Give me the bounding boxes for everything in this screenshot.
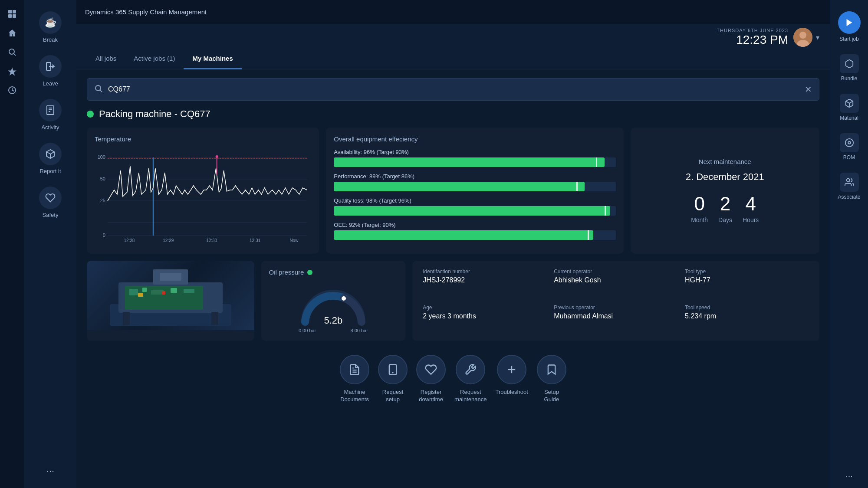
star-icon[interactable] (3, 62, 21, 80)
svg-text:12:31: 12:31 (250, 238, 260, 243)
svg-rect-0 (8, 10, 12, 13)
sidebar-item-break[interactable]: ☕ Break (29, 7, 72, 47)
search-icon (94, 84, 103, 95)
header-top: THURSDAY 6th JUNE 2023 12:23 PM ▾ (87, 24, 819, 49)
second-row: Oil pressure 5.2b (87, 261, 819, 341)
svg-rect-1 (13, 10, 16, 13)
request-maintenance-label: Requestmaintenance (454, 389, 487, 403)
action-request-maintenance[interactable]: Requestmaintenance (454, 355, 487, 403)
sidebar-item-safety[interactable]: Safety (29, 182, 72, 223)
sidebar-item-report[interactable]: Report it (29, 138, 72, 179)
material-label: Material (840, 115, 858, 121)
svg-text:12:28: 12:28 (124, 238, 135, 243)
sidebar-item-leave[interactable]: Leave (29, 51, 72, 91)
svg-marker-60 (846, 19, 852, 26)
tool-speed-value: 5.234 rpm (685, 312, 809, 320)
sidebar-more-button[interactable]: ··· (29, 461, 72, 481)
start-job-button[interactable]: Start job (833, 7, 866, 46)
field-tool-type: Tool type HGH-77 (685, 269, 809, 298)
oil-status-dot (307, 270, 312, 275)
bundle-label: Bundle (841, 75, 857, 82)
tab-my-machines[interactable]: My Machines (184, 49, 241, 69)
svg-rect-51 (123, 312, 130, 325)
count-months: 0 Month (691, 193, 708, 223)
actions-row: MachineDocuments Requestsetup Registe (87, 348, 819, 410)
avatar-area: ▾ (793, 28, 819, 47)
setup-guide-label: SetupGuide (544, 389, 559, 403)
date-display: THURSDAY 6th JUNE 2023 (717, 28, 788, 33)
sidebar-item-activity[interactable]: Activity (29, 95, 72, 135)
machine-name: Packing machine - CQ677 (99, 108, 210, 120)
svg-rect-42 (129, 289, 138, 295)
cards-row-1: Temperature 100 50 25 0 (87, 128, 819, 254)
bom-icon (840, 133, 859, 152)
svg-point-19 (95, 85, 101, 91)
activity-icon (39, 99, 62, 121)
oil-title-row: Oil pressure (269, 269, 398, 276)
user-avatar[interactable] (793, 28, 812, 47)
previous-operator-value: Muhammad Almasi (554, 312, 678, 320)
tool-speed-label: Tool speed (685, 305, 809, 311)
machine-documents-label: MachineDocuments (340, 389, 369, 403)
app-title: Dynamics 365 Supply Chain Management (85, 8, 821, 16)
field-current-operator: Current operator Abhishek Gosh (554, 269, 678, 298)
previous-operator-label: Previous operator (554, 305, 678, 311)
action-machine-documents[interactable]: MachineDocuments (340, 355, 369, 403)
material-button[interactable]: Material (833, 89, 866, 125)
oil-pressure-value: 5.2b (324, 315, 342, 326)
request-setup-icon (378, 355, 408, 384)
start-job-label: Start job (839, 36, 859, 42)
svg-point-33 (216, 155, 218, 158)
recent-icon[interactable] (3, 82, 21, 99)
request-setup-label: Requestsetup (382, 389, 403, 403)
search-clear-icon[interactable]: ✕ (805, 84, 812, 95)
start-job-icon (838, 11, 861, 34)
action-setup-guide[interactable]: SetupGuide (537, 355, 566, 403)
header: THURSDAY 6th JUNE 2023 12:23 PM ▾ All jo… (76, 24, 830, 69)
register-downtime-icon (416, 355, 446, 384)
maintenance-card: Next maintenance 2. December 2021 0 Mont… (631, 128, 819, 254)
bundle-button[interactable]: Bundle (833, 50, 866, 86)
field-age: Age 2 years 3 months (423, 305, 547, 334)
search-icon[interactable] (3, 43, 21, 61)
svg-text:25: 25 (100, 198, 105, 203)
time-display: 12:23 PM (717, 33, 788, 47)
svg-line-20 (100, 90, 102, 92)
action-troubleshoot[interactable]: Troubleshoot (496, 355, 528, 403)
tab-all-jobs[interactable]: All jobs (87, 49, 125, 69)
right-sidebar-more[interactable]: ··· (845, 471, 853, 481)
svg-rect-45 (171, 288, 177, 293)
oee-metric-3: OEE: 92% (Target: 90%) (334, 222, 615, 240)
age-value: 2 years 3 months (423, 312, 547, 320)
svg-line-14 (46, 152, 50, 154)
maintenance-date: 2. December 2021 (686, 171, 764, 183)
svg-point-64 (846, 179, 849, 182)
action-request-setup[interactable]: Requestsetup (378, 355, 408, 403)
avatar-chevron-icon[interactable]: ▾ (816, 33, 819, 42)
machine-documents-icon (340, 355, 369, 384)
associate-button[interactable]: Associate (833, 168, 866, 204)
svg-point-4 (9, 49, 14, 54)
home-icon[interactable] (3, 24, 21, 42)
associate-icon (840, 173, 859, 192)
svg-rect-2 (8, 14, 12, 18)
svg-rect-3 (13, 14, 16, 18)
machine-image (87, 261, 254, 330)
tab-active-jobs[interactable]: Active jobs (1) (125, 49, 184, 69)
request-maintenance-icon (456, 355, 485, 384)
material-icon (840, 94, 859, 113)
action-register-downtime[interactable]: Registerdowntime (416, 355, 446, 403)
search-bar: ✕ (87, 78, 819, 101)
field-tool-speed: Tool speed 5.234 rpm (685, 305, 809, 334)
machine-title-row: Packing machine - CQ677 (87, 108, 819, 120)
temperature-card: Temperature 100 50 25 0 (87, 128, 319, 254)
gauge-max-label: 8.00 bar (351, 328, 368, 333)
grid-menu-icon[interactable] (3, 5, 21, 23)
svg-rect-48 (162, 291, 165, 295)
bom-button[interactable]: BOM (833, 129, 866, 165)
oee-card: Overall equipment effeciency Availabilit… (326, 128, 623, 254)
svg-rect-46 (184, 289, 194, 293)
search-input[interactable] (108, 85, 805, 93)
temperature-chart: 100 50 25 0 12:28 (95, 149, 311, 244)
topbar: Dynamics 365 Supply Chain Management (76, 0, 830, 24)
